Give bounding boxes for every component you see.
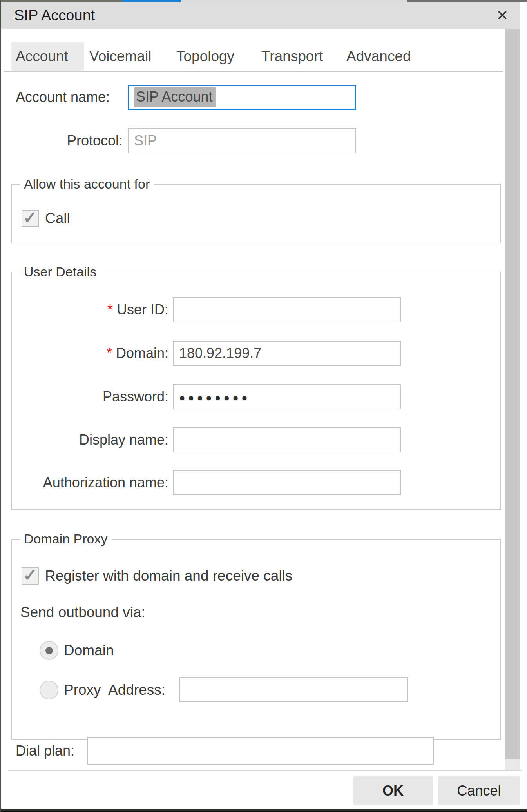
tab-advanced[interactable]: Advanced (346, 42, 411, 71)
checkmark-icon: ✓ (23, 565, 38, 585)
close-icon[interactable]: ✕ (493, 7, 512, 24)
password-masked-value: ●●●●●●●● (179, 390, 250, 404)
user-id-label: *User ID: (16, 297, 168, 322)
allow-group-legend: Allow this account for (20, 176, 154, 192)
dial-plan-label: Dial plan: (16, 737, 74, 765)
allow-group-box (11, 184, 501, 243)
required-asterisk: * (107, 345, 112, 361)
password-label: Password: (16, 384, 168, 409)
call-checkbox[interactable]: ✓ (22, 210, 39, 227)
display-name-input[interactable] (173, 427, 401, 452)
screenshot-root: { "window": { "title": "SIP Account" }, … (0, 0, 527, 812)
radio-domain[interactable] (40, 641, 58, 660)
proxy-address-input[interactable] (179, 677, 408, 702)
window-left-border (0, 0, 1, 812)
radio-proxy-label: Proxy Address: (64, 681, 165, 699)
window-bottom-border (1, 809, 527, 812)
user-id-input[interactable] (173, 297, 401, 322)
footer-divider (8, 770, 522, 771)
register-checkbox-label: Register with domain and receive calls (45, 567, 292, 585)
password-input[interactable]: ●●●●●●●● (173, 384, 401, 409)
send-outbound-label: Send outbound via: (20, 602, 145, 623)
authorization-name-label: Authorization name: (16, 470, 168, 495)
radio-domain-label: Domain (64, 641, 114, 660)
domain-proxy-legend: Domain Proxy (20, 530, 112, 547)
radio-selected-dot (45, 647, 53, 654)
domain-value: 180.92.199.7 (179, 345, 261, 361)
cancel-button[interactable]: Cancel (438, 776, 520, 805)
tab-topology[interactable]: Topology (176, 42, 234, 71)
domain-input[interactable]: 180.92.199.7 (173, 341, 401, 366)
tab-underline (4, 71, 503, 72)
tab-account[interactable]: Account (16, 42, 68, 71)
tab-transport[interactable]: Transport (261, 42, 323, 71)
tab-voicemail[interactable]: Voicemail (89, 42, 151, 71)
register-checkbox[interactable]: ✓ (22, 567, 39, 585)
user-details-legend: User Details (20, 263, 100, 280)
protocol-value: SIP (134, 133, 157, 149)
ok-button[interactable]: OK (353, 776, 433, 805)
account-name-input[interactable]: SIP Account (128, 85, 356, 110)
authorization-name-input[interactable] (173, 470, 401, 495)
display-name-label: Display name: (16, 427, 168, 452)
protocol-input: SIP (128, 128, 356, 153)
required-asterisk: * (107, 302, 113, 318)
checkmark-icon: ✓ (23, 207, 38, 227)
dial-plan-input[interactable] (87, 737, 434, 765)
account-name-label: Account name: (16, 85, 110, 110)
dialog-title: SIP Account (14, 2, 95, 29)
radio-proxy[interactable] (40, 681, 58, 699)
account-name-selected-text: SIP Account (134, 87, 216, 107)
protocol-label: Protocol: (16, 128, 123, 153)
domain-label: *Domain: (16, 341, 168, 366)
call-checkbox-label: Call (45, 210, 70, 227)
scrollbar-thumb[interactable] (505, 29, 520, 759)
